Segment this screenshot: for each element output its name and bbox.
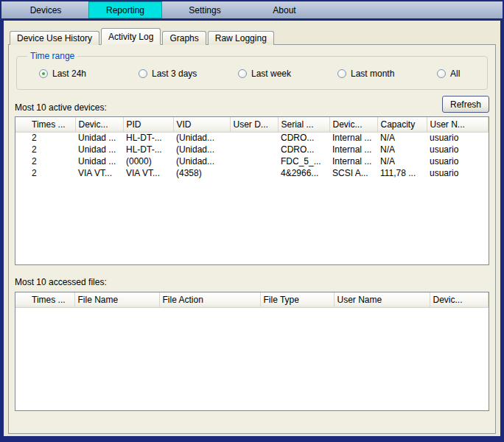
table-cell: (Unidad...	[173, 144, 230, 155]
table-row[interactable]: 2VIA VT...VIA VT...(4358)4&2966...SCSI A…	[15, 167, 489, 179]
column-header[interactable]: Devic...	[75, 117, 123, 132]
table-cell: (0000)	[123, 155, 173, 167]
radio-label: Last month	[351, 69, 394, 79]
column-header[interactable]: Devic...	[329, 117, 377, 132]
table-cell: N/A	[377, 144, 427, 155]
activity-log-page: Time range Last 24h Last 3 days Last wee…	[8, 44, 496, 434]
table-cell: N/A	[377, 155, 427, 167]
column-header[interactable]: User Name	[334, 292, 430, 307]
table-cell: Unidad ...	[75, 144, 123, 155]
tab-graphs[interactable]: Graphs	[162, 31, 206, 45]
column-header[interactable]: VID	[173, 117, 230, 132]
tab-reporting[interactable]: Reporting	[88, 1, 162, 18]
time-range-title: Time range	[27, 51, 77, 61]
column-header[interactable]: Serial ...	[278, 117, 329, 132]
column-header[interactable]: Times ...	[15, 292, 74, 307]
radio-label: Last week	[251, 69, 291, 79]
table-cell: CDRO...	[278, 144, 329, 155]
table-cell: FDC_5_...	[278, 155, 329, 167]
table-cell: HL-DT-...	[123, 132, 173, 144]
accessed-files-table[interactable]: Times ...File NameFile ActionFile TypeUs…	[15, 292, 489, 411]
column-header[interactable]: User D...	[230, 117, 278, 132]
accessed-files-label: Most 10 accessed files:	[15, 277, 489, 287]
table-row[interactable]: 2Unidad ...HL-DT-...(Unidad...CDRO...Int…	[15, 144, 489, 155]
tab-about[interactable]: About	[248, 1, 321, 18]
radio-label: All	[450, 69, 460, 79]
table-cell: 4&2966...	[278, 167, 329, 179]
table-cell: 2	[15, 155, 75, 167]
table-header-row: Times ...File NameFile ActionFile TypeUs…	[15, 292, 489, 307]
column-header[interactable]: User N...	[427, 117, 489, 132]
table-cell: N/A	[377, 132, 427, 144]
active-devices-label: Most 10 active devices:	[15, 102, 107, 113]
radio-last-month[interactable]: Last month	[337, 69, 437, 79]
table-cell	[230, 132, 278, 144]
table-cell: Internal ...	[329, 144, 377, 155]
table-cell: usuario	[427, 132, 489, 144]
table-cell: VIA VT...	[75, 167, 123, 179]
table-cell: (Unidad...	[173, 155, 230, 167]
refresh-button[interactable]: Refresh	[442, 96, 489, 113]
column-header[interactable]: Times ...	[15, 117, 75, 132]
radio-icon	[238, 69, 247, 78]
table-cell: Internal ...	[329, 132, 377, 144]
radio-icon	[337, 69, 346, 78]
table-cell: usuario	[427, 155, 489, 167]
table-header-row: Times ...Devic...PIDVIDUser D...Serial .…	[15, 117, 489, 132]
radio-icon	[437, 69, 446, 78]
radio-last-24h[interactable]: Last 24h	[39, 69, 139, 79]
tab-settings[interactable]: Settings	[168, 1, 242, 18]
table-cell: HL-DT-...	[123, 144, 173, 155]
radio-last-3-days[interactable]: Last 3 days	[139, 69, 238, 79]
radio-selected-icon	[39, 69, 48, 78]
reporting-page: Device Use History Activity Log Graphs R…	[4, 21, 500, 436]
radio-label: Last 3 days	[152, 69, 197, 79]
column-header[interactable]: Devic...	[430, 292, 489, 307]
column-header[interactable]: File Name	[74, 292, 159, 307]
table-cell: 2	[15, 144, 75, 155]
radio-icon	[139, 69, 147, 78]
table-cell: CDRO...	[278, 132, 329, 144]
time-range-group: Time range Last 24h Last 3 days Last wee…	[16, 51, 488, 90]
table-cell: Unidad ...	[75, 132, 123, 144]
radio-all[interactable]: All	[437, 69, 460, 79]
app-window: Devices Reporting Settings About Device …	[0, 0, 504, 442]
table-cell: (Unidad...	[173, 132, 230, 144]
table-row[interactable]: 2Unidad ...HL-DT-...(Unidad...CDRO...Int…	[15, 132, 489, 144]
table-cell	[230, 144, 278, 155]
table-cell: 2	[15, 132, 75, 144]
top-tabbar: Devices Reporting Settings About	[1, 1, 503, 18]
tab-devices[interactable]: Devices	[9, 1, 83, 18]
radio-label: Last 24h	[52, 69, 86, 79]
table-cell: 2	[15, 167, 75, 179]
tab-activity-log[interactable]: Activity Log	[101, 28, 161, 45]
column-header[interactable]: File Action	[159, 292, 260, 307]
tab-raw-logging[interactable]: Raw Logging	[208, 31, 274, 45]
table-cell: 111,78 ...	[377, 167, 427, 179]
column-header[interactable]: File Type	[260, 292, 334, 307]
table-cell	[230, 167, 278, 179]
active-devices-table[interactable]: Times ...Devic...PIDVIDUser D...Serial .…	[15, 116, 489, 265]
table-cell: SCSI A...	[329, 167, 377, 179]
column-header[interactable]: PID	[123, 117, 173, 132]
column-header[interactable]: Capacity	[377, 117, 427, 132]
table-cell: usuario	[427, 144, 489, 155]
table-cell: Internal ...	[329, 155, 377, 167]
report-tabstrip: Device Use History Activity Log Graphs R…	[8, 28, 496, 45]
time-range-options: Last 24h Last 3 days Last week Last mont…	[17, 69, 487, 79]
tab-device-use-history[interactable]: Device Use History	[10, 31, 99, 45]
table-cell: VIA VT...	[123, 167, 173, 179]
table-cell	[230, 155, 278, 167]
table-cell: usuario	[427, 167, 489, 179]
active-devices-header: Most 10 active devices: Refresh	[15, 96, 489, 113]
radio-last-week[interactable]: Last week	[238, 69, 337, 79]
table-cell: Unidad ...	[75, 155, 123, 167]
table-cell: (4358)	[173, 167, 230, 179]
table-row[interactable]: 2Unidad ...(0000)(Unidad...FDC_5_...Inte…	[15, 155, 489, 167]
